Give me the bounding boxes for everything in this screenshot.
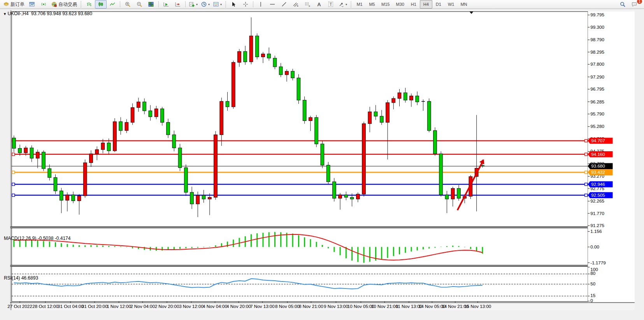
toolbar-drag-handle[interactable] — [225, 1, 227, 7]
candle-body — [238, 51, 241, 62]
candle-body — [143, 102, 146, 111]
timeframe-w1-button[interactable]: W1 — [445, 0, 458, 9]
candle-body — [392, 98, 395, 103]
candle-body — [244, 51, 247, 62]
new-order-label: 新订单 — [11, 1, 25, 8]
time-tick-label: 8 Nov 05:00 — [275, 304, 300, 309]
timeframe-h1-button[interactable]: H1 — [407, 0, 420, 9]
candle-body — [83, 163, 87, 196]
toolbar-drag-handle[interactable] — [350, 1, 352, 7]
line-chart-button[interactable] — [107, 0, 118, 9]
trading-terminal-window: 新订单 自动交易 — [0, 0, 644, 320]
svg-text:92.946: 92.946 — [591, 182, 605, 187]
line-anchor-handle — [585, 153, 588, 156]
candle-body — [398, 93, 401, 99]
bar-chart-icon — [86, 1, 92, 7]
candle-body — [184, 168, 188, 192]
candle-body — [386, 103, 390, 122]
line-anchor-handle — [12, 183, 15, 186]
price-level-tag: 94.707 — [588, 138, 612, 144]
timeframe-mn-button[interactable]: MN — [457, 0, 470, 9]
open-chart-button[interactable] — [26, 0, 38, 9]
fibonacci-tool-button[interactable]: F — [302, 0, 313, 9]
candle-body — [279, 67, 283, 75]
time-tick-label: 10 Nov 21:00 — [371, 304, 398, 309]
zoom-in-button[interactable] — [122, 0, 133, 9]
candle-body — [362, 124, 366, 194]
candle-body — [350, 197, 354, 199]
price-tick-label: 95.790 — [590, 111, 604, 116]
candle-body — [309, 117, 312, 121]
candle-body — [321, 144, 324, 165]
zoom-out-icon — [136, 1, 142, 7]
tile-windows-icon — [148, 1, 154, 7]
arrows-tool-button[interactable]: ▾ — [337, 0, 349, 9]
zoom-in-icon — [125, 1, 131, 7]
zoom-out-button[interactable] — [133, 0, 145, 9]
indicators-button[interactable]: ▾ — [187, 0, 199, 9]
chart-window-icon — [29, 1, 35, 7]
timeframe-h4-button[interactable]: H4 — [420, 0, 432, 9]
horizontal-line-tool-button[interactable] — [267, 0, 278, 9]
channel-tool-button[interactable]: E — [290, 0, 302, 9]
equidistant-channel-icon: E — [293, 1, 299, 7]
time-tick-label: 27 Oct 2022 — [7, 304, 32, 309]
bars-chart-button[interactable] — [83, 0, 95, 9]
time-tick-label: 4 Nov 20:00 — [226, 304, 251, 309]
signals-icon — [40, 1, 47, 7]
tile-windows-button[interactable] — [145, 0, 157, 9]
candle-body — [30, 148, 33, 158]
candle-body — [107, 143, 111, 151]
signals-button[interactable] — [38, 0, 49, 9]
horizontal-line-icon — [269, 1, 275, 7]
templates-button[interactable]: ▾ — [211, 0, 223, 9]
candle-body — [451, 189, 454, 199]
candle-body — [356, 194, 360, 199]
auto-trading-label: 自动交易 — [58, 1, 77, 8]
timeframe-m30-button[interactable]: M30 — [393, 0, 407, 9]
symbol-dropdown-icon[interactable]: ▼ — [3, 12, 7, 16]
cursor-tool-button[interactable] — [228, 0, 240, 9]
candle-body — [190, 192, 194, 204]
auto-trading-button[interactable]: 自动交易 — [49, 0, 79, 9]
chevron-down-icon: ▾ — [208, 3, 210, 6]
candle-body — [178, 148, 182, 168]
timeframe-d1-button[interactable]: D1 — [432, 0, 445, 9]
text-label-tool-button[interactable]: T — [325, 0, 337, 9]
indicators-add-icon — [189, 1, 195, 7]
price-tick-label: 95.280 — [590, 124, 604, 129]
notifications-button[interactable]: 1 — [628, 0, 640, 9]
new-order-button[interactable]: 新订单 — [2, 0, 26, 9]
candle-body — [72, 195, 75, 201]
time-tick-label: 9 Nov 13:00 — [324, 304, 348, 309]
line-anchor-handle — [585, 140, 588, 142]
toolbar-drag-handle[interactable] — [80, 1, 82, 7]
chart-shift-button[interactable] — [172, 0, 184, 9]
crosshair-tool-button[interactable] — [240, 0, 251, 9]
price-tick-label: 96.285 — [590, 99, 604, 104]
candle-body — [374, 112, 377, 116]
time-tick-label: 3 Nov 12:00 — [179, 304, 204, 309]
trendline-icon — [281, 1, 287, 7]
auto-scroll-button[interactable] — [160, 0, 172, 9]
candle-body — [48, 169, 51, 178]
chart-canvas[interactable]: 99.79599.30098.79098.29597.80097.29096.7… — [0, 9, 644, 320]
trendline-tool-button[interactable] — [278, 0, 290, 9]
candle-body — [54, 178, 57, 191]
candle-body — [160, 109, 164, 122]
candle-body — [36, 152, 39, 158]
cursor-icon — [231, 1, 237, 7]
timeframe-m5-button[interactable]: M5 — [366, 0, 378, 9]
candle-body — [101, 143, 105, 150]
candlestick-chart-button[interactable] — [95, 0, 107, 9]
text-tool-button[interactable]: A — [313, 0, 325, 9]
candle-body — [172, 135, 176, 148]
search-button[interactable] — [617, 0, 628, 9]
timeframe-m1-button[interactable]: M1 — [353, 0, 366, 9]
periods-button[interactable]: ▾ — [199, 0, 211, 9]
svg-text:94.160: 94.160 — [591, 152, 605, 157]
vertical-line-tool-button[interactable] — [255, 0, 267, 9]
timeframe-m15-button[interactable]: M15 — [378, 0, 393, 9]
price-tick-label: 97.290 — [590, 74, 604, 79]
chevron-down-icon: ▾ — [196, 3, 198, 6]
